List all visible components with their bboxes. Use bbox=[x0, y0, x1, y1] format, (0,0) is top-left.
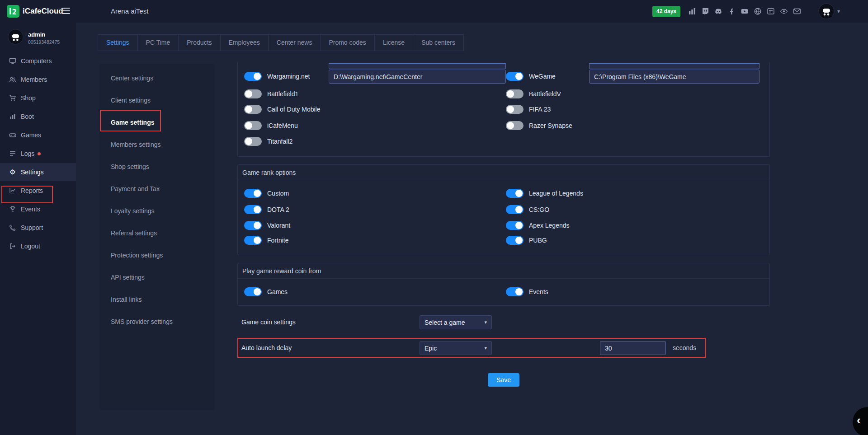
toggle-events-reward[interactable] bbox=[506, 287, 524, 296]
youtube-icon[interactable] bbox=[741, 7, 749, 15]
sidebar-item-support[interactable]: Support bbox=[0, 219, 76, 237]
nav-shop-settings[interactable]: Shop settings bbox=[99, 156, 215, 178]
auto-launch-delay-input[interactable] bbox=[600, 341, 666, 355]
mail-icon[interactable] bbox=[793, 7, 801, 15]
toggle-custom[interactable] bbox=[244, 189, 262, 198]
toggle-titanfall2[interactable] bbox=[244, 137, 262, 146]
brand-name: iCafeCloud bbox=[23, 0, 63, 23]
nav-payment-and-tax[interactable]: Payment and Tax bbox=[99, 178, 215, 200]
game-launchers-section: Wargaming.net WeGame Battlefield1 Battle… bbox=[237, 62, 770, 157]
sidebar-item-logs[interactable]: Logs bbox=[0, 145, 76, 163]
toggle-label: Titanfall2 bbox=[267, 138, 292, 145]
wargaming-path-input[interactable] bbox=[329, 70, 506, 84]
game-coin-select[interactable]: Select a game ▾ bbox=[420, 315, 492, 329]
nav-center-settings[interactable]: Center settings bbox=[99, 67, 215, 89]
chevron-down-icon[interactable]: ▾ bbox=[837, 0, 840, 23]
toggle-wegame[interactable] bbox=[506, 72, 524, 81]
nav-loyalty-settings[interactable]: Loyalty settings bbox=[99, 200, 215, 222]
settings-tabs: Settings PC Time Products Employees Cent… bbox=[98, 34, 464, 51]
analytics-icon[interactable] bbox=[688, 7, 696, 15]
toggle-icafemenu[interactable] bbox=[244, 121, 262, 130]
chevron-down-icon: ▾ bbox=[484, 319, 487, 325]
toggle-battlefield1[interactable] bbox=[244, 89, 262, 98]
facebook-icon[interactable] bbox=[727, 7, 736, 15]
toggle-csgo[interactable] bbox=[506, 205, 524, 214]
license-days-badge[interactable]: 42 days bbox=[652, 6, 680, 17]
sidebar-item-shop[interactable]: Shop bbox=[0, 89, 76, 107]
nav-game-settings[interactable]: Game settings bbox=[99, 112, 215, 134]
gear-icon: ⚙ bbox=[9, 168, 16, 176]
svg-text:2: 2 bbox=[12, 8, 17, 16]
toggle-label: CS:GO bbox=[529, 206, 549, 213]
save-button[interactable]: Save bbox=[488, 373, 519, 387]
toggle-razer-synapse[interactable] bbox=[506, 121, 524, 130]
tab-license[interactable]: License bbox=[375, 35, 413, 51]
toggle-row: PUBG bbox=[506, 236, 547, 245]
nav-protection-settings[interactable]: Protection settings bbox=[99, 244, 215, 267]
auto-launch-game-select[interactable]: Epic ▾ bbox=[420, 341, 492, 355]
toggle-row: League of Legends bbox=[506, 189, 583, 198]
hamburger-menu-icon[interactable] bbox=[62, 8, 71, 15]
toggle-fortnite[interactable] bbox=[244, 236, 262, 245]
sidebar-item-label: Logout bbox=[21, 243, 40, 250]
nav-api-settings[interactable]: API settings bbox=[99, 267, 215, 289]
toggle-valorant[interactable] bbox=[244, 221, 262, 230]
sidebar-item-events[interactable]: Events bbox=[0, 200, 76, 218]
game-rank-section: Game rank options Custom League of Legen… bbox=[237, 164, 770, 255]
sidebar-item-settings[interactable]: ⚙ Settings bbox=[0, 163, 76, 181]
nav-client-settings[interactable]: Client settings bbox=[99, 89, 215, 112]
sidebar-item-label: Games bbox=[21, 131, 41, 139]
toggle-row: Razer Synapse bbox=[506, 121, 572, 130]
sidebar-item-logout[interactable]: Logout bbox=[0, 237, 76, 255]
toggle-fifa23[interactable] bbox=[506, 105, 524, 114]
sidebar-item-label: Members bbox=[21, 76, 47, 83]
sidebar-item-label: Computers bbox=[21, 57, 52, 65]
sidebar-item-reports[interactable]: Reports bbox=[0, 182, 76, 200]
sidebar-item-label: Boot bbox=[21, 113, 34, 120]
toggle-row: Titanfall2 bbox=[244, 137, 292, 146]
eye-icon[interactable] bbox=[780, 7, 788, 15]
sidebar-item-boot[interactable]: Boot bbox=[0, 108, 76, 126]
sidebar-item-games[interactable]: Games bbox=[0, 126, 76, 144]
phone-icon bbox=[9, 224, 16, 231]
collapse-chat-button[interactable]: ‹ bbox=[853, 407, 868, 435]
section-title: Play game reward coin from bbox=[238, 263, 769, 279]
tab-employees[interactable]: Employees bbox=[221, 35, 269, 51]
tab-center-news[interactable]: Center news bbox=[269, 35, 321, 51]
twitch-icon[interactable] bbox=[701, 7, 709, 15]
toggle-apex-legends[interactable] bbox=[506, 221, 524, 230]
toggle-label: Battlefield1 bbox=[267, 90, 298, 98]
globe-icon[interactable] bbox=[754, 7, 762, 15]
toggle-wargaming[interactable] bbox=[244, 72, 262, 81]
discord-icon[interactable] bbox=[714, 7, 722, 15]
toggle-pubg[interactable] bbox=[506, 236, 524, 245]
toggle-row: Fortnite bbox=[244, 236, 288, 245]
nav-members-settings[interactable]: Members settings bbox=[99, 134, 215, 156]
nav-referral-settings[interactable]: Referral settings bbox=[99, 222, 215, 244]
select-value: Epic bbox=[425, 345, 437, 352]
tab-settings[interactable]: Settings bbox=[98, 35, 138, 51]
tab-products[interactable]: Products bbox=[179, 35, 220, 51]
wallet-icon[interactable] bbox=[767, 7, 775, 15]
toggle-cod-mobile[interactable] bbox=[244, 105, 262, 114]
main-sidebar: admin 005193482475 Computers Members Sho… bbox=[0, 23, 76, 435]
sidebar-item-computers[interactable]: Computers bbox=[0, 52, 76, 70]
tab-pc-time[interactable]: PC Time bbox=[138, 35, 179, 51]
toggle-row: DOTA 2 bbox=[244, 205, 289, 214]
toggle-dota2[interactable] bbox=[244, 205, 262, 214]
sidebar-item-members[interactable]: Members bbox=[0, 70, 76, 89]
toggle-battlefieldv[interactable] bbox=[506, 89, 524, 98]
admin-avatar[interactable] bbox=[8, 29, 24, 45]
nav-install-links[interactable]: Install links bbox=[99, 289, 215, 311]
tab-promo-codes[interactable]: Promo codes bbox=[321, 35, 374, 51]
user-avatar[interactable] bbox=[818, 3, 835, 19]
tab-sub-centers[interactable]: Sub centers bbox=[413, 35, 463, 51]
wegame-path-input[interactable] bbox=[589, 70, 760, 84]
clipped-input-right bbox=[589, 63, 760, 69]
gamepad-icon bbox=[9, 131, 16, 139]
nav-sms-provider-settings[interactable]: SMS provider settings bbox=[99, 311, 215, 333]
toggle-games-reward[interactable] bbox=[244, 287, 262, 296]
toggle-league-of-legends[interactable] bbox=[506, 189, 524, 198]
section-title: Game rank options bbox=[238, 165, 769, 180]
clipped-input-left bbox=[329, 63, 506, 69]
